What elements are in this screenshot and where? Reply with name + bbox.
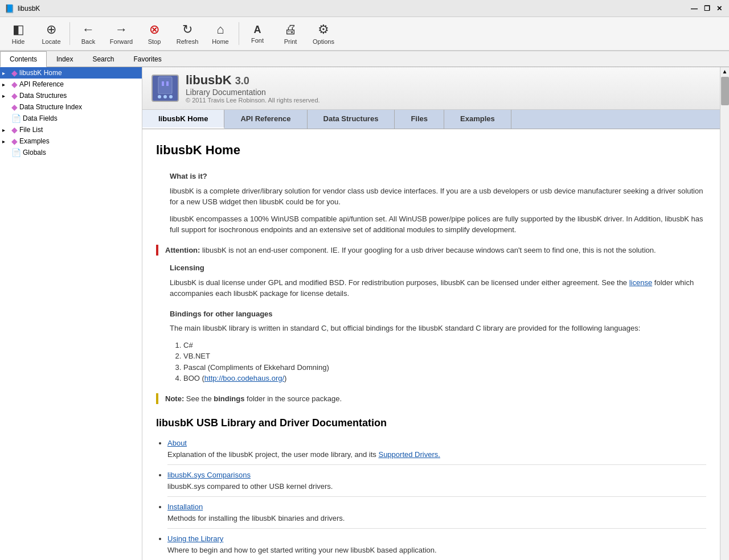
nav-tab-home[interactable]: libusbK Home xyxy=(142,110,224,129)
license-link[interactable]: license xyxy=(629,278,652,287)
bindings-intro: The main libusbK library is written in s… xyxy=(170,323,706,334)
note-bold: bindings xyxy=(214,394,244,403)
nav-tab-ds[interactable]: Data Structures xyxy=(308,110,395,129)
svg-rect-0 xyxy=(158,77,172,94)
refresh-button[interactable]: ↻ Refresh xyxy=(171,18,203,49)
scrollbar-thumb[interactable] xyxy=(721,77,729,105)
scrollbar[interactable]: ▲ xyxy=(720,67,729,560)
boo-link[interactable]: http://boo.codehaus.org/ xyxy=(204,374,284,382)
forward-label: Forward xyxy=(110,38,133,45)
print-icon: 🖨 xyxy=(284,22,297,37)
using-library-link[interactable]: Using the Library xyxy=(167,534,223,543)
note-box: Note: See the bindings folder in the sou… xyxy=(156,393,706,405)
back-button[interactable]: ← Back xyxy=(72,18,104,49)
using-library-desc: Where to begin and how to get started wr… xyxy=(167,546,437,554)
tab-favorites[interactable]: Favorites xyxy=(124,51,171,67)
svg-point-6 xyxy=(169,95,173,98)
subtitle: Library Documentation xyxy=(186,88,320,97)
svg-point-4 xyxy=(158,95,161,98)
main-layout: ▸ ◆ libusbK Home ▸ ◆ API Reference ▸ ◆ D… xyxy=(0,67,729,560)
font-label: Font xyxy=(251,37,264,44)
logo-text: libusbK 3.0 Library Documentation © 2011… xyxy=(186,73,320,104)
licensing-section: Licensing LibusbK is dual license under … xyxy=(156,262,706,299)
bindings-section: Bindings for other languages The main li… xyxy=(156,308,706,384)
refresh-label: Refresh xyxy=(177,38,199,45)
hide-button[interactable]: ◧ Hide xyxy=(2,18,34,49)
maximize-button[interactable]: ❐ xyxy=(702,3,712,14)
content-header: libusbK 3.0 Library Documentation © 2011… xyxy=(142,67,720,110)
attention-title: Attention: xyxy=(165,246,202,254)
expand-icon-api: ▸ xyxy=(2,81,11,88)
sidebar-item-file-list[interactable]: ▸ ◆ File List xyxy=(0,124,142,135)
sidebar-item-label: libusbK Home xyxy=(19,69,62,77)
home-label: Home xyxy=(212,38,228,45)
sidebar-item-label-fl: File List xyxy=(19,126,43,134)
back-icon: ← xyxy=(82,22,95,37)
back-label: Back xyxy=(81,38,95,45)
nav-tab-examples[interactable]: Examples xyxy=(444,110,511,129)
sidebar-item-globals[interactable]: 📄 Globals xyxy=(0,147,142,158)
svg-rect-1 xyxy=(162,81,164,86)
home-icon: ⌂ xyxy=(216,22,224,37)
home-button[interactable]: ⌂ Home xyxy=(204,18,236,49)
tab-search[interactable]: Search xyxy=(83,51,124,67)
options-icon: ⚙ xyxy=(318,22,329,37)
sidebar-item-label-ex: Examples xyxy=(19,137,50,145)
nav-tabs: libusbK Home API Reference Data Structur… xyxy=(142,110,720,129)
toolbar: ◧ Hide ⊕ Locate ← Back → Forward ⊗ Stop … xyxy=(0,17,729,51)
binding-2: VB.NET xyxy=(183,351,706,362)
note-post: folder in the source package. xyxy=(244,394,342,403)
copyright: © 2011 Travis Lee Robinson. All rights r… xyxy=(186,97,320,104)
svg-rect-2 xyxy=(166,81,169,86)
supported-drivers-link[interactable]: Supported Drivers. xyxy=(378,450,440,459)
bindings-title: Bindings for other languages xyxy=(170,308,706,320)
about-link[interactable]: About xyxy=(167,439,187,447)
version-text: 3.0 xyxy=(235,75,249,87)
forward-button[interactable]: → Forward xyxy=(105,18,137,49)
sidebar-tab-row: Contents Index Search Favorites xyxy=(0,51,729,67)
nav-tab-api[interactable]: API Reference xyxy=(224,110,307,129)
note-pre: See the xyxy=(186,394,214,403)
ex-tree-icon: ◆ xyxy=(11,137,18,146)
sidebar-item-data-fields[interactable]: 📄 Data Fields xyxy=(0,113,142,124)
attention-text: libusbK is not an end-user component. IE… xyxy=(202,246,656,254)
gl-tree-icon: 📄 xyxy=(11,148,21,157)
stop-button[interactable]: ⊗ Stop xyxy=(138,18,170,49)
locate-icon: ⊕ xyxy=(46,22,56,37)
stop-label: Stop xyxy=(148,38,161,45)
installation-link[interactable]: Installation xyxy=(167,503,203,511)
forward-icon: → xyxy=(115,22,128,37)
hide-label: Hide xyxy=(12,38,25,45)
options-button[interactable]: ⚙ Options xyxy=(308,18,339,49)
tab-index[interactable]: Index xyxy=(47,51,83,67)
licensing-pre: LibusbK is dual license under GPL and mo… xyxy=(170,278,629,287)
stop-icon: ⊗ xyxy=(149,22,159,37)
what-is-it-section: What is it? libusbK is a complete driver… xyxy=(156,171,706,236)
close-button[interactable]: ✕ xyxy=(714,3,724,14)
sidebar-item-data-structure-index[interactable]: ◆ Data Structure Index xyxy=(0,101,142,113)
font-button[interactable]: A Font xyxy=(241,18,273,49)
expand-icon-ds: ▸ xyxy=(2,93,11,99)
nav-tab-files[interactable]: Files xyxy=(395,110,444,129)
list-item-libusbksys: libusbK.sys Comparisons libusbK.sys comp… xyxy=(167,470,706,492)
content-area: libusbK 3.0 Library Documentation © 2011… xyxy=(142,67,720,560)
bindings-list: C# VB.NET Pascal (Compliments of Ekkehar… xyxy=(170,340,706,384)
scroll-up-button[interactable]: ▲ xyxy=(722,68,728,75)
locate-button[interactable]: ⊕ Locate xyxy=(35,18,67,49)
sidebar-item-examples[interactable]: ▸ ◆ Examples xyxy=(0,135,142,147)
app-name-text: libusbK xyxy=(186,73,235,87)
minimize-button[interactable]: — xyxy=(689,3,699,14)
attention-box: Attention: libusbK is not an end-user co… xyxy=(156,245,706,256)
sidebar: ▸ ◆ libusbK Home ▸ ◆ API Reference ▸ ◆ D… xyxy=(0,67,142,560)
expand-icon: ▸ xyxy=(2,70,11,76)
sidebar-item-api-reference[interactable]: ▸ ◆ API Reference xyxy=(0,79,142,90)
sidebar-item-data-structures[interactable]: ▸ ◆ Data Structures xyxy=(0,90,142,101)
sidebar-item-libusbk-home[interactable]: ▸ ◆ libusbK Home xyxy=(0,67,142,79)
tab-contents[interactable]: Contents xyxy=(0,51,47,67)
locate-label: Locate xyxy=(42,38,60,45)
print-label: Print xyxy=(284,38,297,45)
window-controls[interactable]: — ❐ ✕ xyxy=(689,3,724,14)
libusbksys-link[interactable]: libusbK.sys Comparisons xyxy=(167,471,251,479)
doc-content: libusbK Home What is it? libusbK is a co… xyxy=(142,129,720,560)
print-button[interactable]: 🖨 Print xyxy=(275,18,306,49)
